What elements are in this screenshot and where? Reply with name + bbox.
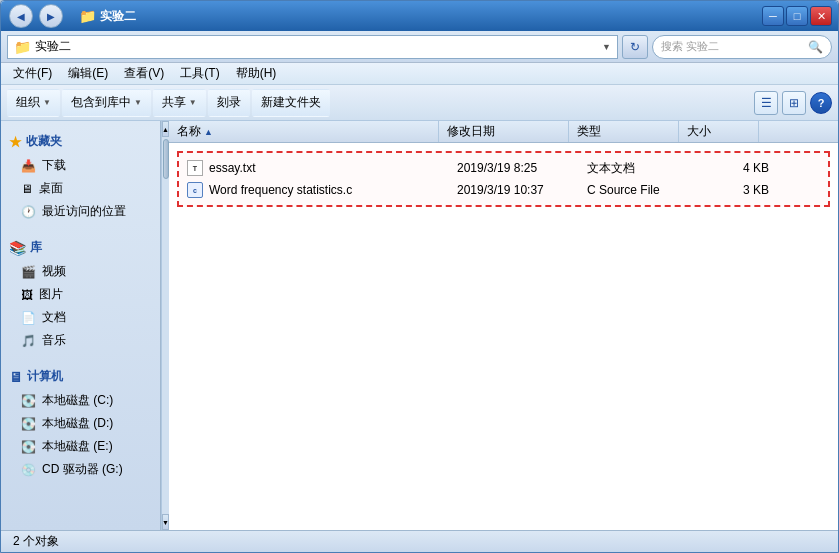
sidebar-scroll-track xyxy=(162,137,169,514)
organize-dropdown-arrow: ▼ xyxy=(43,98,51,107)
video-icon: 🎬 xyxy=(21,265,36,279)
sidebar-item-downloads[interactable]: 📥 下载 xyxy=(1,154,160,177)
share-button[interactable]: 共享 ▼ xyxy=(153,89,206,117)
drive-c-icon: 💽 xyxy=(21,394,36,408)
file-row-wfs[interactable]: c Word frequency statistics.c 2019/3/19 … xyxy=(183,179,824,201)
menu-edit[interactable]: 编辑(E) xyxy=(60,63,116,84)
sidebar-scroll-thumb[interactable] xyxy=(163,139,169,179)
file-name-wfs: c Word frequency statistics.c xyxy=(183,182,453,198)
minimize-button[interactable]: ─ xyxy=(762,6,784,26)
txt-file-icon: T xyxy=(187,160,203,176)
path-dropdown-arrow[interactable]: ▼ xyxy=(602,42,611,52)
forward-button[interactable]: ▶ xyxy=(39,4,63,28)
pictures-icon: 🖼 xyxy=(21,288,33,302)
library-icon: 📚 xyxy=(9,240,26,256)
sidebar-item-desktop[interactable]: 🖥 桌面 xyxy=(1,177,160,200)
menu-help[interactable]: 帮助(H) xyxy=(228,63,285,84)
sidebar-favorites-section: ★ 收藏夹 📥 下载 🖥 桌面 🕐 最近访问的位置 xyxy=(1,129,160,223)
view-toggle-button[interactable]: ☰ xyxy=(754,91,778,115)
title-left: ◀ ▶ 📁 实验二 xyxy=(9,4,136,28)
documents-icon: 📄 xyxy=(21,311,36,325)
library-dropdown-arrow: ▼ xyxy=(134,98,142,107)
menu-view[interactable]: 查看(V) xyxy=(116,63,172,84)
main-content: ★ 收藏夹 📥 下载 🖥 桌面 🕐 最近访问的位置 xyxy=(1,121,838,530)
sidebar-library-section: 📚 库 🎬 视频 🖼 图片 📄 文档 xyxy=(1,235,160,352)
sidebar-item-drive-d[interactable]: 💽 本地磁盘 (D:) xyxy=(1,412,160,435)
file-date-wfs: 2019/3/19 10:37 xyxy=(453,183,583,197)
col-header-name[interactable]: 名称 ▲ xyxy=(169,121,439,142)
sidebar-scroll-down[interactable]: ▼ xyxy=(162,514,169,530)
new-folder-button[interactable]: 新建文件夹 xyxy=(252,89,330,117)
menu-tools[interactable]: 工具(T) xyxy=(172,63,227,84)
sidebar-scrollbar[interactable]: ▲ ▼ xyxy=(161,121,169,530)
folder-icon: 📁 xyxy=(14,39,31,55)
status-count: 2 个对象 xyxy=(13,533,59,550)
sidebar-item-video[interactable]: 🎬 视频 xyxy=(1,260,160,283)
search-placeholder: 搜索 实验二 xyxy=(661,39,804,54)
search-box[interactable]: 搜索 实验二 🔍 xyxy=(652,35,832,59)
col-header-type[interactable]: 类型 xyxy=(569,121,679,142)
window-title: 实验二 xyxy=(100,8,136,25)
address-bar: 📁 实验二 ▼ ↻ 搜索 实验二 🔍 xyxy=(1,31,838,63)
menu-bar: 文件(F) 编辑(E) 查看(V) 工具(T) 帮助(H) xyxy=(1,63,838,85)
c-file-icon: c xyxy=(187,182,203,198)
sidebar-item-pictures[interactable]: 🖼 图片 xyxy=(1,283,160,306)
sidebar-item-drive-e[interactable]: 💽 本地磁盘 (E:) xyxy=(1,435,160,458)
drive-g-icon: 💿 xyxy=(21,463,36,477)
drive-d-icon: 💽 xyxy=(21,417,36,431)
title-bar: ◀ ▶ 📁 实验二 ─ □ ✕ xyxy=(1,1,838,31)
share-dropdown-arrow: ▼ xyxy=(189,98,197,107)
sidebar-item-music[interactable]: 🎵 音乐 xyxy=(1,329,160,352)
close-button[interactable]: ✕ xyxy=(810,6,832,26)
status-bar: 2 个对象 xyxy=(1,530,838,552)
name-sort-icon: ▲ xyxy=(204,127,213,137)
sidebar-item-drive-g[interactable]: 💿 CD 驱动器 (G:) xyxy=(1,458,160,481)
sidebar-container: ★ 收藏夹 📥 下载 🖥 桌面 🕐 最近访问的位置 xyxy=(1,121,169,530)
toolbar: 组织 ▼ 包含到库中 ▼ 共享 ▼ 刻录 新建文件夹 ☰ ⊞ ? xyxy=(1,85,838,121)
col-header-size[interactable]: 大小 xyxy=(679,121,759,142)
view-details-button[interactable]: ⊞ xyxy=(782,91,806,115)
maximize-button[interactable]: □ xyxy=(786,6,808,26)
back-button[interactable]: ◀ xyxy=(9,4,33,28)
search-icon[interactable]: 🔍 xyxy=(808,40,823,54)
sidebar-scroll-up[interactable]: ▲ xyxy=(162,121,169,137)
burn-button[interactable]: 刻录 xyxy=(208,89,250,117)
refresh-button[interactable]: ↻ xyxy=(622,35,648,59)
file-name-essay: T essay.txt xyxy=(183,160,453,176)
sidebar-computer-header: 🖥 计算机 xyxy=(1,364,160,389)
file-list: T essay.txt 2019/3/19 8:25 文本文档 4 KB c W… xyxy=(169,143,838,530)
address-path[interactable]: 📁 实验二 ▼ xyxy=(7,35,618,59)
add-to-library-button[interactable]: 包含到库中 ▼ xyxy=(62,89,151,117)
file-size-wfs: 3 KB xyxy=(693,183,773,197)
column-headers: 名称 ▲ 修改日期 类型 大小 xyxy=(169,121,838,143)
sidebar-favorites-header: ★ 收藏夹 xyxy=(1,129,160,154)
file-type-essay: 文本文档 xyxy=(583,160,693,177)
sidebar-item-drive-c[interactable]: 💽 本地磁盘 (C:) xyxy=(1,389,160,412)
title-buttons: ─ □ ✕ xyxy=(762,6,832,26)
col-header-date[interactable]: 修改日期 xyxy=(439,121,569,142)
desktop-icon: 🖥 xyxy=(21,182,33,196)
computer-icon: 🖥 xyxy=(9,369,23,385)
sidebar: ★ 收藏夹 📥 下载 🖥 桌面 🕐 最近访问的位置 xyxy=(1,121,161,530)
explorer-window: ◀ ▶ 📁 实验二 ─ □ ✕ 📁 实验二 ▼ ↻ 搜索 实验二 🔍 文件(F)… xyxy=(0,0,839,553)
help-button[interactable]: ? xyxy=(810,92,832,114)
sidebar-computer-section: 🖥 计算机 💽 本地磁盘 (C:) 💽 本地磁盘 (D:) 💽 本地磁盘 (E:… xyxy=(1,364,160,481)
sidebar-item-documents[interactable]: 📄 文档 xyxy=(1,306,160,329)
drive-e-icon: 💽 xyxy=(21,440,36,454)
menu-file[interactable]: 文件(F) xyxy=(5,63,60,84)
file-size-essay: 4 KB xyxy=(693,161,773,175)
star-icon: ★ xyxy=(9,134,22,150)
file-type-wfs: C Source File xyxy=(583,183,693,197)
toolbar-right: ☰ ⊞ ? xyxy=(754,91,832,115)
file-area: 名称 ▲ 修改日期 类型 大小 xyxy=(169,121,838,530)
selection-rectangle: T essay.txt 2019/3/19 8:25 文本文档 4 KB c W… xyxy=(177,151,830,207)
sidebar-library-header: 📚 库 xyxy=(1,235,160,260)
sidebar-item-recent[interactable]: 🕐 最近访问的位置 xyxy=(1,200,160,223)
file-row-essay[interactable]: T essay.txt 2019/3/19 8:25 文本文档 4 KB xyxy=(183,157,824,179)
music-icon: 🎵 xyxy=(21,334,36,348)
downloads-icon: 📥 xyxy=(21,159,36,173)
file-date-essay: 2019/3/19 8:25 xyxy=(453,161,583,175)
organize-button[interactable]: 组织 ▼ xyxy=(7,89,60,117)
recent-icon: 🕐 xyxy=(21,205,36,219)
path-text: 实验二 xyxy=(35,38,71,55)
